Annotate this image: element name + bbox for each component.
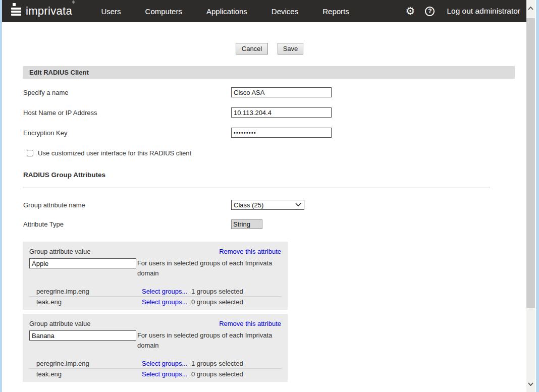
name-row: Specify a name	[23, 87, 526, 97]
divider	[23, 188, 490, 188]
scrollbar-thumb[interactable]	[526, 18, 535, 308]
group-attribute-box: Group attribute value Remove this attrib…	[23, 242, 288, 310]
cancel-button[interactable]: Cancel	[236, 43, 268, 54]
registered-mark: ®	[72, 1, 75, 4]
remove-attribute-link[interactable]: Remove this attribute	[219, 248, 281, 255]
groups-selected-count: 0 groups selected	[191, 370, 243, 378]
nav-menu: Users Computers Applications Devices Rep…	[89, 1, 361, 22]
vertical-scrollbar[interactable]	[526, 0, 535, 392]
domain-name: peregrine.imp.eng	[36, 288, 142, 295]
attr-value-row: For users in selected groups of each Imp…	[29, 330, 281, 351]
domain-row: teak.eng Select groups... 0 groups selec…	[29, 297, 281, 307]
imprivata-logo: imprivata®	[11, 3, 75, 19]
attr-help-text: For users in selected groups of each Imp…	[137, 330, 281, 351]
group-attribute-name-label: Group attribute name	[23, 201, 231, 209]
groups-selected-count: 1 groups selected	[191, 288, 243, 295]
top-nav: imprivata® Users Computers Applications …	[2, 0, 526, 22]
group-attribute-value-label: Group attribute value	[29, 248, 90, 255]
domain-rows: peregrine.imp.eng Select groups... 1 gro…	[29, 358, 281, 379]
nav-right-group: ⚙ ? Log out administrator	[406, 6, 526, 17]
app-window: imprivata® Users Computers Applications …	[0, 0, 539, 392]
domain-row: teak.eng Select groups... 0 groups selec…	[29, 369, 281, 379]
domain-name: peregrine.imp.eng	[36, 360, 142, 367]
help-icon[interactable]: ?	[425, 7, 435, 16]
nav-item-applications[interactable]: Applications	[194, 1, 259, 22]
custom-ui-row: Use customized user interface for this R…	[27, 149, 526, 157]
group-attribute-box: Group attribute value Remove this attrib…	[23, 314, 288, 382]
logout-link[interactable]: Log out administrator	[447, 7, 520, 16]
attribute-type-label: Attribute Type	[23, 220, 231, 228]
custom-ui-checkbox[interactable]	[27, 150, 33, 156]
group-attribute-name-row: Group attribute name Class (25)	[23, 200, 526, 210]
action-buttons-row: Cancel Save	[2, 43, 526, 54]
page-content: Cancel Save Edit RADIUS Client Specify a…	[2, 43, 526, 382]
attribute-type-row: Attribute Type String	[23, 219, 526, 229]
group-attribute-value-input[interactable]	[29, 330, 136, 341]
name-input[interactable]	[231, 87, 332, 97]
scroll-down-button[interactable]	[526, 376, 535, 392]
section-title: Edit RADIUS Client	[29, 69, 89, 76]
domain-rows: peregrine.imp.eng Select groups... 1 gro…	[29, 286, 281, 307]
remove-attribute-link[interactable]: Remove this attribute	[219, 320, 281, 327]
group-attribute-value-label: Group attribute value	[29, 320, 90, 327]
encryption-key-label: Encryption Key	[23, 129, 231, 137]
window-border-right	[536, 0, 539, 392]
chevron-up-icon	[528, 7, 533, 10]
chevron-down-icon	[528, 382, 533, 386]
host-input[interactable]	[231, 107, 332, 118]
nav-item-reports[interactable]: Reports	[310, 1, 361, 22]
select-groups-link[interactable]: Select groups...	[142, 288, 191, 295]
attr-box-header: Group attribute value Remove this attrib…	[29, 320, 281, 327]
select-groups-link[interactable]: Select groups...	[142, 360, 191, 367]
group-attribute-name-select[interactable]: Class (25)	[231, 200, 304, 210]
domain-row: peregrine.imp.eng Select groups... 1 gro…	[29, 358, 281, 369]
attr-value-row: For users in selected groups of each Imp…	[29, 258, 281, 278]
group-attribute-value-input[interactable]	[29, 258, 136, 268]
custom-ui-label: Use customized user interface for this R…	[38, 149, 191, 157]
select-groups-link[interactable]: Select groups...	[142, 370, 191, 378]
attr-help-text: For users in selected groups of each Imp…	[137, 258, 281, 278]
encryption-key-row: Encryption Key	[23, 128, 526, 138]
group-attribute-name-value: Class (25)	[234, 201, 295, 209]
imprivata-logo-icon	[11, 3, 22, 19]
group-attributes-heading: RADIUS Group Attributes	[23, 171, 526, 179]
main-column: imprivata® Users Computers Applications …	[2, 0, 526, 392]
select-groups-link[interactable]: Select groups...	[142, 298, 191, 306]
groups-selected-count: 1 groups selected	[191, 360, 243, 367]
domain-name: teak.eng	[36, 298, 142, 306]
settings-gear-icon[interactable]: ⚙	[406, 6, 415, 17]
host-row: Host Name or IP Address	[23, 107, 526, 118]
attr-box-header: Group attribute value Remove this attrib…	[29, 248, 281, 255]
host-label: Host Name or IP Address	[23, 109, 231, 117]
scroll-up-button[interactable]	[526, 0, 535, 16]
encryption-key-input[interactable]	[231, 128, 332, 138]
groups-selected-count: 0 groups selected	[191, 298, 243, 306]
section-header: Edit RADIUS Client	[23, 66, 515, 79]
brand-name: imprivata®	[26, 5, 75, 18]
name-label: Specify a name	[23, 89, 231, 96]
attribute-type-value: String	[231, 219, 262, 229]
domain-name: teak.eng	[36, 370, 142, 378]
nav-item-computers[interactable]: Computers	[133, 1, 194, 22]
domain-row: peregrine.imp.eng Select groups... 1 gro…	[29, 286, 281, 297]
nav-item-users[interactable]: Users	[89, 1, 133, 22]
save-button[interactable]: Save	[278, 43, 303, 54]
chevron-down-icon	[295, 203, 301, 207]
nav-item-devices[interactable]: Devices	[259, 1, 310, 22]
